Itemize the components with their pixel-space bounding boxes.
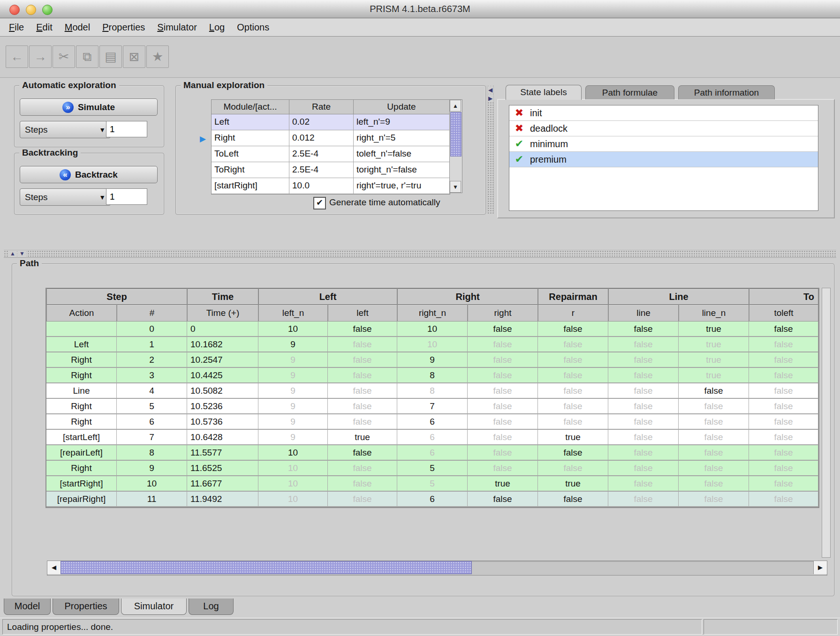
state-label-item-premium[interactable]: ✔premium (509, 152, 818, 167)
backtracking-title: Backtracking (19, 148, 81, 158)
path-table-cell: 8 (397, 368, 468, 383)
path-table-cell: false (538, 399, 608, 414)
manual-table-row[interactable]: [startRight]10.0right'=true, r'=tru (212, 178, 450, 194)
redo-button[interactable]: → (29, 45, 52, 68)
path-table-row[interactable]: Right510.52369false7falsefalsefalsefalse… (46, 399, 818, 414)
scroll-down-icon[interactable]: ▼ (450, 181, 461, 193)
menu-mnemonic: S (157, 22, 163, 32)
path-table-cell: false (468, 430, 538, 445)
path-table-cell: false (328, 352, 397, 368)
path-table-row[interactable]: [repairLeft]811.557710false6falsefalsefa… (46, 445, 818, 461)
manual-table-row[interactable]: ToRight2.5E-4toright_n'=false (212, 162, 450, 178)
backtrack-steps-input[interactable] (106, 188, 147, 205)
menu-edit[interactable]: Edit (30, 18, 58, 37)
simulate-steps-input[interactable] (106, 121, 147, 137)
path-table-row[interactable]: Right911.652510false5falsefalsefalsefals… (46, 461, 818, 476)
path-col-header: right_n (397, 305, 468, 322)
manual-table-cell: Right (212, 130, 289, 146)
path-horizontal-scrollbar[interactable]: ◀ ▶ (47, 561, 827, 576)
path-table-row[interactable]: [startRight]1011.667710false5truetruefal… (46, 476, 818, 492)
path-table-row[interactable]: 0010false10falsefalsefalsetruefalse (46, 322, 818, 337)
path-table-cell: false (608, 322, 679, 337)
path-group-header: Time (187, 289, 258, 305)
scroll-left-icon[interactable]: ◀ (47, 561, 61, 574)
menu-simulator[interactable]: Simulator (151, 18, 203, 37)
path-table-cell: false (328, 414, 397, 430)
path-table-cell: false (608, 383, 679, 399)
path-table-row[interactable]: Line410.50829false8falsefalsefalsefalsef… (46, 383, 818, 399)
scrollbar-thumb[interactable] (61, 561, 472, 574)
scroll-right-icon[interactable]: ▶ (813, 561, 827, 574)
manual-table-scrollbar[interactable]: ▲ ▼ (449, 99, 462, 193)
tab-model[interactable]: Model (4, 599, 51, 615)
state-label-item-deadlock[interactable]: ✖deadlock (509, 121, 818, 136)
manual-table-cell: toleft_n'=false (354, 146, 450, 162)
path-table-cell: [repairRight] (46, 492, 117, 507)
main-tab-bar: ModelPropertiesSimulatorLog (0, 599, 840, 615)
manual-exploration-table: Module/[act...RateUpdate Left0.02left_n'… (211, 99, 450, 195)
path-table-row[interactable]: Left110.16829false10falsefalsefalsetruef… (46, 337, 818, 352)
path-table-row[interactable]: [startLeft]710.64289true6falsetruefalsef… (46, 430, 818, 445)
status-aux-field (704, 619, 838, 635)
star-button[interactable]: ★ (146, 45, 169, 68)
scrollbar-thumb[interactable] (450, 112, 462, 157)
path-table-cell (46, 322, 117, 337)
collapse-down-icon[interactable]: ▼ (18, 250, 26, 257)
path-group-header: Right (397, 289, 538, 305)
path-table-cell: false (468, 445, 538, 461)
paste-button[interactable]: ▤ (99, 45, 122, 68)
simulate-steps-dropdown[interactable]: Steps ▼ (20, 121, 111, 138)
menu-log[interactable]: Log (203, 18, 231, 37)
path-table-row[interactable]: Right210.25479false9falsefalsefalsetruef… (46, 352, 818, 368)
path-table-cell: true (538, 476, 608, 492)
path-table-cell: 10.5736 (187, 414, 258, 430)
path-table-cell: [startRight] (46, 476, 117, 492)
generate-time-label: Generate time automatically (329, 197, 440, 208)
path-table-row[interactable]: [repairRight]1111.949210false6falsefalse… (46, 492, 818, 507)
collapse-up-icon[interactable]: ▲ (8, 250, 17, 257)
copy-button[interactable]: ⧉ (76, 45, 98, 68)
path-table-cell: false (749, 368, 818, 383)
menu-file[interactable]: File (3, 18, 30, 37)
tab-log[interactable]: Log (189, 599, 234, 615)
generate-time-checkbox[interactable]: ✔ (313, 197, 326, 210)
manual-table-row[interactable]: Left0.02left_n'=9 (212, 114, 450, 130)
backtrack-steps-dropdown[interactable]: Steps ▼ (20, 188, 111, 206)
tab-path-information[interactable]: Path information (678, 85, 775, 99)
collapse-left-icon[interactable]: ◀ (487, 86, 493, 94)
menu-mnemonic: L (209, 22, 214, 32)
delete-button[interactable]: ⊠ (123, 45, 145, 68)
path-table-cell: false (608, 492, 679, 507)
tab-path-formulae[interactable]: Path formulae (585, 85, 674, 99)
tab-simulator[interactable]: Simulator (121, 599, 187, 615)
path-table-row[interactable]: Right310.44259false8falsefalsefalsetruef… (46, 368, 818, 383)
path-table-cell: 10 (397, 322, 468, 337)
manual-table-row[interactable]: Right0.012right_n'=5 (212, 130, 450, 146)
path-table-cell: 8 (117, 445, 187, 461)
menu-properties[interactable]: Properties (96, 18, 151, 37)
state-label-item-init[interactable]: ✖init (509, 105, 818, 121)
menu-model[interactable]: Model (59, 18, 96, 37)
title-bar: PRISM 4.1.beta.r6673M (0, 0, 840, 18)
tab-state-labels[interactable]: State labels (506, 85, 582, 100)
path-table-cell: 10.5082 (187, 383, 258, 399)
collapse-right-icon[interactable]: ▶ (487, 95, 493, 102)
scroll-up-icon[interactable]: ▲ (450, 100, 461, 112)
vertical-splitter[interactable]: ◀ ▶ (487, 85, 494, 214)
state-label-item-minimum[interactable]: ✔minimum (509, 136, 818, 152)
path-table-cell: false (608, 352, 679, 368)
cut-button[interactable]: ✂ (53, 45, 75, 68)
path-group-header: Step (46, 289, 187, 305)
backtrack-button[interactable]: « Backtrack (20, 166, 158, 183)
path-table-row[interactable]: Right610.57369false6falsefalsefalsefalse… (46, 414, 818, 430)
path-vertical-scrollbar[interactable] (822, 288, 831, 558)
menu-options[interactable]: Options (231, 18, 275, 37)
path-table-cell: [startLeft] (46, 430, 117, 445)
tab-properties[interactable]: Properties (53, 599, 119, 615)
manual-table-row[interactable]: ToLeft2.5E-4toleft_n'=false (212, 146, 450, 162)
path-table-cell: false (468, 383, 538, 399)
path-table-column-header: Action#Time (+)left_nleftright_nrightrli… (46, 305, 818, 322)
horizontal-splitter[interactable]: ▲ ▼ (4, 250, 836, 258)
undo-button[interactable]: ← (6, 45, 28, 68)
simulate-button[interactable]: » Simulate (20, 98, 158, 116)
